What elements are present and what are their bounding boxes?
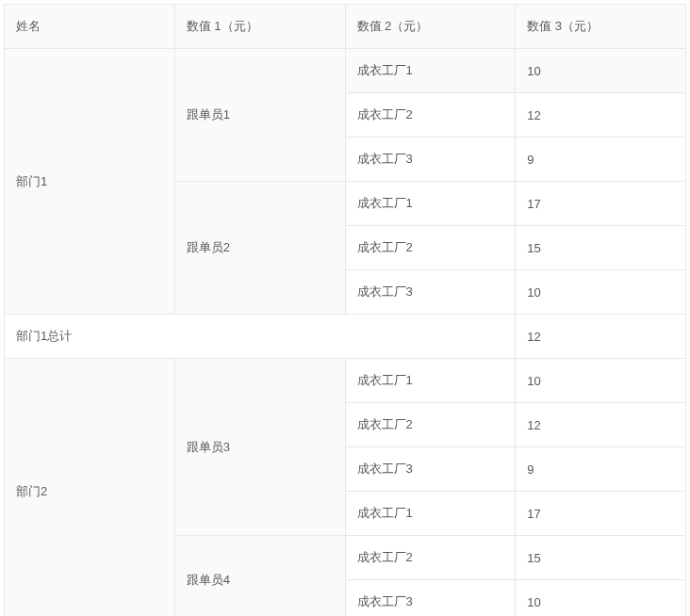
v3-cell: 9 (516, 138, 686, 182)
table-row[interactable]: 部门2跟单员3成衣工厂110 (5, 359, 686, 403)
group2-cell: 跟单员1 (174, 49, 345, 182)
total-label-cell: 部门1总计 (5, 315, 516, 359)
group2-cell: 跟单员3 (174, 359, 345, 536)
group2-cell: 跟单员4 (174, 536, 345, 617)
table-row[interactable]: 部门1跟单员1成衣工厂110 (5, 49, 686, 93)
v2-cell: 成衣工厂3 (345, 270, 516, 315)
v3-cell: 15 (516, 536, 686, 580)
group1-cell: 部门1 (5, 49, 175, 315)
v3-cell: 10 (516, 359, 686, 403)
v2-cell: 成衣工厂2 (345, 536, 516, 580)
v2-cell: 成衣工厂2 (345, 226, 516, 270)
v3-cell: 15 (516, 226, 686, 270)
v2-cell: 成衣工厂1 (345, 492, 516, 536)
v2-cell: 成衣工厂2 (345, 403, 516, 447)
v2-cell: 成衣工厂3 (345, 138, 516, 182)
v3-cell: 12 (516, 403, 686, 447)
v2-cell: 成衣工厂3 (345, 447, 516, 492)
v3-cell: 17 (516, 182, 686, 226)
v3-cell: 10 (516, 580, 686, 617)
group1-cell: 部门2 (5, 359, 175, 617)
v2-cell: 成衣工厂3 (345, 580, 516, 617)
table-row[interactable]: 部门1总计12 (5, 315, 686, 359)
v2-cell: 成衣工厂1 (345, 182, 516, 226)
total-value-cell: 12 (516, 315, 686, 359)
header-v2: 数值 2（元） (345, 5, 516, 49)
v2-cell: 成衣工厂1 (345, 359, 516, 403)
data-table: 姓名 数值 1（元） 数值 2（元） 数值 3（元） 部门1跟单员1成衣工厂11… (4, 4, 686, 616)
header-name: 姓名 (5, 5, 175, 49)
table-header-row: 姓名 数值 1（元） 数值 2（元） 数值 3（元） (5, 5, 686, 49)
v3-cell: 9 (516, 447, 686, 492)
group2-cell: 跟单员2 (174, 182, 345, 315)
header-v1: 数值 1（元） (174, 5, 345, 49)
v3-cell: 10 (516, 270, 686, 315)
v2-cell: 成衣工厂2 (345, 93, 516, 138)
v3-cell: 10 (516, 49, 686, 93)
v3-cell: 12 (516, 93, 686, 138)
v3-cell: 17 (516, 492, 686, 536)
v2-cell: 成衣工厂1 (345, 49, 516, 93)
header-v3: 数值 3（元） (516, 5, 686, 49)
table-body: 部门1跟单员1成衣工厂110成衣工厂212成衣工厂39跟单员2成衣工厂117成衣… (5, 49, 686, 617)
